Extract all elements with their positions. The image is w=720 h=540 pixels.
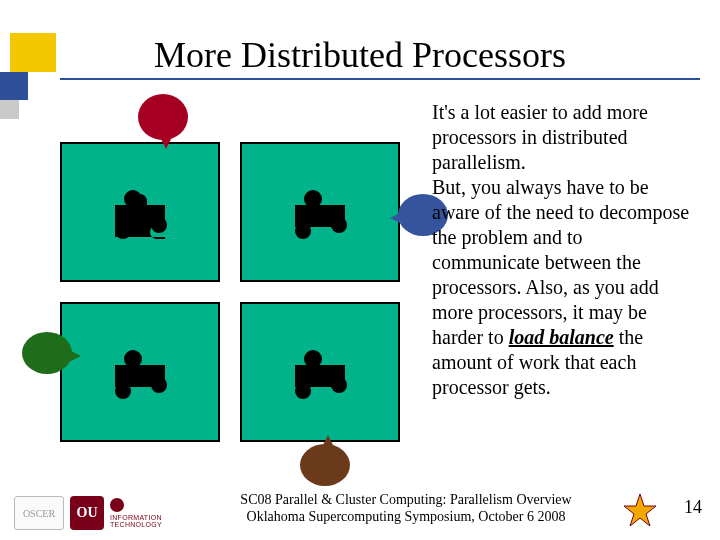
footer-line1: SC08 Parallel & Cluster Computing: Paral… <box>240 492 571 507</box>
processor-head-red <box>138 94 188 140</box>
grid-cell-top-left <box>60 142 220 282</box>
it-logo-line2: TECHNOLOGY <box>110 521 162 528</box>
slide-footer: OSCER OU INFORMATION TECHNOLOGY SC08 Par… <box>0 484 720 532</box>
svg-marker-16 <box>624 494 656 526</box>
svg-point-10 <box>151 377 167 393</box>
grid-cell-top-right <box>240 142 400 282</box>
body-p2: But, you always have to be aware of the … <box>432 176 689 348</box>
pointer-brown <box>322 435 334 447</box>
it-logo-line1: INFORMATION <box>110 514 162 521</box>
processor-head-brown <box>300 444 350 486</box>
jigsaw-icon <box>285 339 355 405</box>
decor-gray-square <box>0 100 19 119</box>
decor-blue-square <box>0 72 28 100</box>
pointer-blue <box>390 212 402 224</box>
svg-point-2 <box>151 217 167 233</box>
svg-point-9 <box>124 350 142 368</box>
grid-cell-bottom-left <box>60 302 220 442</box>
svg-point-14 <box>331 377 347 393</box>
jigsaw-icon <box>105 179 175 245</box>
it-logo: INFORMATION TECHNOLOGY <box>110 498 162 528</box>
svg-point-1 <box>124 190 142 208</box>
footer-line2: Oklahoma Supercomputing Symposium, Octob… <box>247 509 566 524</box>
star-icon <box>622 492 658 528</box>
svg-point-15 <box>295 383 311 399</box>
grid-cell-bottom-right <box>240 302 400 442</box>
load-balance-term: load balance <box>509 326 614 348</box>
slide-body-text: It's a lot easier to add more processors… <box>432 100 690 400</box>
body-p1: It's a lot easier to add more processors… <box>432 101 648 173</box>
jigsaw-icon <box>105 339 175 405</box>
svg-point-3 <box>115 223 131 239</box>
pointer-green <box>69 350 81 362</box>
svg-point-6 <box>331 217 347 233</box>
svg-point-5 <box>304 190 322 208</box>
jigsaw-icon <box>285 179 355 245</box>
title-underline <box>60 78 700 80</box>
processors-diagram <box>60 132 408 462</box>
svg-point-13 <box>304 350 322 368</box>
slide-title: More Distributed Processors <box>0 34 720 76</box>
oscer-logo: OSCER <box>14 496 64 530</box>
pointer-red <box>160 137 172 149</box>
svg-point-7 <box>295 223 311 239</box>
footer-logos: OSCER OU INFORMATION TECHNOLOGY <box>14 496 162 530</box>
ou-logo: OU <box>70 496 104 530</box>
it-logo-icon <box>110 498 124 512</box>
page-number: 14 <box>684 497 702 518</box>
footer-text: SC08 Parallel & Cluster Computing: Paral… <box>216 492 596 526</box>
processor-head-green <box>22 332 72 374</box>
svg-point-11 <box>115 383 131 399</box>
